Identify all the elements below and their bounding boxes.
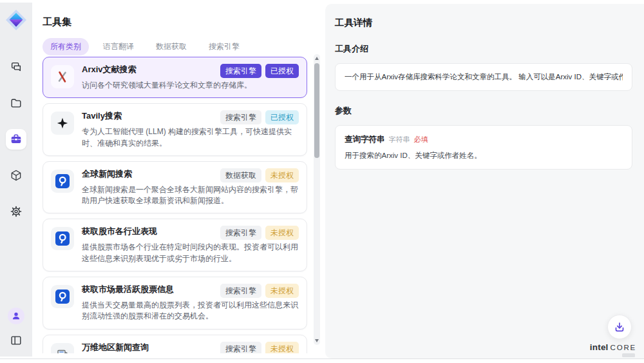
- tool-name: 获取股市各行业表现: [82, 226, 157, 237]
- param-description: 用于搜索的Arxiv ID、关键字或作者姓名。: [345, 151, 623, 161]
- collapse-panel-icon[interactable]: [8, 332, 24, 349]
- intel-core-logo: intelcore: [590, 342, 636, 357]
- app-window: 工具集 所有类别语言翻译数据获取搜索引擎 Arxiv文献搜索 搜索引擎 已授权 …: [0, 0, 644, 363]
- chat-icon[interactable]: [6, 57, 26, 77]
- download-button[interactable]: [607, 315, 632, 339]
- category-tab[interactable]: 搜索引擎: [201, 38, 247, 55]
- auth-status-badge: 未授权: [265, 226, 299, 240]
- category-tab[interactable]: 所有类别: [43, 38, 89, 55]
- category-badge: 搜索引擎: [220, 226, 261, 240]
- intel-brand-text: intel: [590, 342, 609, 352]
- param-name: 查询字符串: [345, 134, 385, 145]
- search-blue-icon: [51, 227, 74, 250]
- scroll-down-arrow[interactable]: [315, 339, 319, 342]
- detail-title: 工具详情: [335, 17, 632, 29]
- tool-card[interactable]: Arxiv文献搜索 搜索引擎 已授权 访问各个研究领域大量科学论文和文章的存储库…: [43, 57, 307, 98]
- tool-card[interactable]: 全球新闻搜索 数据获取 未授权 全球新闻搜索是一个聚合全球各大新闻网站内容的搜索…: [43, 161, 307, 214]
- settings-icon[interactable]: [6, 201, 26, 222]
- tool-list: Arxiv文献搜索 搜索引擎 已授权 访问各个研究领域大量科学论文和文章的存储库…: [43, 57, 307, 353]
- tool-name: Arxiv文献搜索: [82, 64, 137, 75]
- auth-status-badge: 未授权: [265, 284, 299, 298]
- category-badge: 搜索引擎: [220, 64, 261, 78]
- category-tab[interactable]: 语言翻译: [95, 38, 142, 55]
- cube-icon[interactable]: [6, 165, 26, 186]
- newspaper-icon: [51, 343, 74, 353]
- auth-status-badge: 未授权: [265, 342, 299, 353]
- tool-card[interactable]: 万维地区新闻查询 搜索引擎 未授权 查询具体行政区划内的新闻，快速了解各地新闻动: [43, 335, 307, 353]
- auth-status-badge: 已授权: [265, 64, 299, 78]
- tool-detail-panel: 工具详情 工具介绍 一个用于从Arxiv存储库搜索科学论文和文章的工具。 输入可…: [325, 4, 644, 358]
- intro-box: 一个用于从Arxiv存储库搜索科学论文和文章的工具。 输入可以是Arxiv ID…: [335, 63, 632, 91]
- window-bottom-border: [0, 358, 644, 359]
- ultra-badge: [622, 353, 635, 357]
- tool-name: 全球新闻搜索: [82, 168, 132, 179]
- page-title: 工具集: [43, 16, 325, 28]
- params-heading: 参数: [335, 105, 632, 117]
- auth-status-badge: 未授权: [265, 168, 299, 182]
- user-avatar[interactable]: [8, 308, 24, 324]
- core-brand-text: core: [611, 344, 636, 351]
- toolbox-icon[interactable]: [6, 129, 26, 150]
- folder-icon[interactable]: [6, 93, 26, 113]
- intro-heading: 工具介绍: [335, 43, 632, 55]
- category-badge: 搜索引擎: [220, 342, 261, 353]
- category-badge: 数据获取: [220, 168, 261, 182]
- parameter-box: 查询字符串 字符串 必填 用于搜索的Arxiv ID、关键字或作者姓名。: [335, 125, 632, 170]
- tool-name: 万维地区新闻查询: [82, 342, 149, 353]
- auth-status-badge: 已授权: [265, 110, 299, 124]
- tool-card[interactable]: 获取市场最活跃股票信息 搜索引擎 未授权 提供当天交易量最高的股票列表，投资者可…: [43, 277, 307, 329]
- tool-description: 全球新闻搜索是一个聚合全球各大新闻网站内容的搜索引擎，帮助用户快速获取全球最新资…: [82, 184, 299, 207]
- tool-card[interactable]: Tavily搜索 搜索引擎 已授权 专为人工智能代理 (LLM) 构建的搜索引擎…: [43, 103, 307, 156]
- tool-card[interactable]: 获取股市各行业表现 搜索引擎 未授权 提供股票市场各个行业在特定时间段内的表现。…: [43, 219, 307, 271]
- tool-description: 提供当天交易量最高的股票列表，投资者可以利用这些信息来识别流动性强的股票和潜在的…: [82, 300, 299, 322]
- tool-description: 提供股票市场各个行业在特定时间段内的表现。投资者可以利用这些信息来识别表现优于或…: [82, 242, 299, 264]
- sidebar: [0, 3, 32, 357]
- param-type: 字符串: [389, 135, 410, 144]
- tool-name: 获取市场最活跃股票信息: [82, 284, 174, 295]
- tool-description: 访问各个研究领域大量科学论文和文章的存储库。: [82, 80, 299, 91]
- intro-text: 一个用于从Arxiv存储库搜索科学论文和文章的工具。 输入可以是Arxiv ID…: [345, 72, 623, 82]
- sidebar-nav: [6, 57, 26, 222]
- tool-collection-panel: 工具集 所有类别语言翻译数据获取搜索引擎 Arxiv文献搜索 搜索引擎 已授权 …: [32, 3, 325, 357]
- param-required-badge: 必填: [414, 135, 428, 144]
- category-tab[interactable]: 数据获取: [148, 38, 194, 55]
- sidebar-bottom: [8, 308, 24, 349]
- tool-description: 专为人工智能代理 (LLM) 构建的搜索引擎工具，可快速提供实时、准确和真实的结…: [82, 126, 299, 149]
- category-badge: 搜索引擎: [220, 110, 261, 124]
- search-blue-icon: [51, 170, 74, 193]
- category-badge: 搜索引擎: [220, 284, 261, 298]
- tavily-star-icon: [51, 112, 74, 135]
- scrollbar[interactable]: [314, 54, 320, 345]
- tool-name: Tavily搜索: [82, 110, 122, 121]
- scrollbar-thumb[interactable]: [314, 63, 319, 158]
- app-logo-diamond: [5, 9, 27, 31]
- category-tabs: 所有类别语言翻译数据获取搜索引擎: [43, 38, 325, 55]
- search-blue-icon: [51, 285, 74, 308]
- arxiv-logo-icon: [51, 65, 74, 88]
- download-icon: [613, 320, 626, 333]
- scroll-up-arrow[interactable]: [315, 57, 319, 60]
